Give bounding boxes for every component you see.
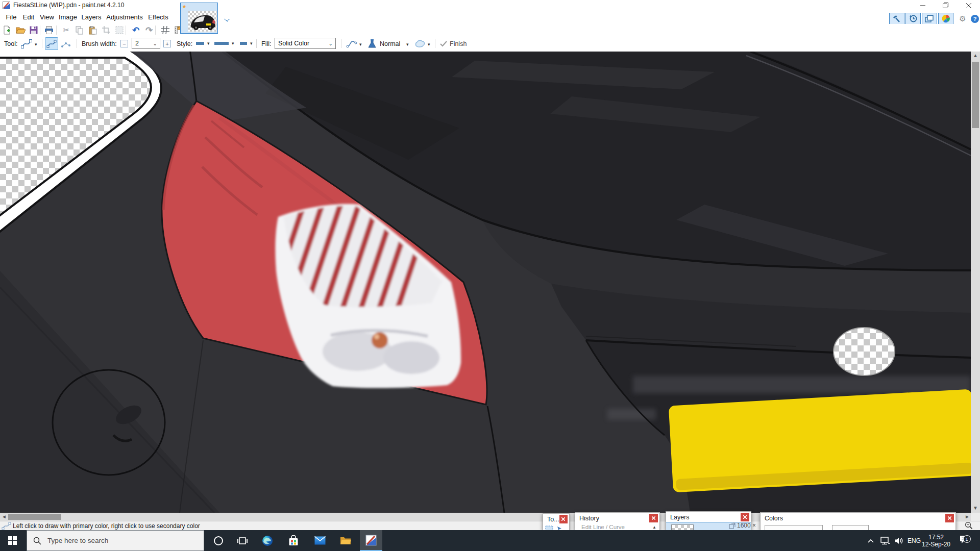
tab-list-chevron[interactable] bbox=[224, 15, 231, 24]
redo-button[interactable]: ↷ bbox=[143, 24, 155, 36]
start-button[interactable] bbox=[0, 530, 24, 551]
colors-panel[interactable]: Colors bbox=[760, 512, 956, 531]
search-input[interactable] bbox=[46, 536, 191, 545]
style-line-dropdown[interactable]: ▾ bbox=[214, 41, 234, 46]
brush-width-combo[interactable]: 2 ⌄ bbox=[132, 38, 160, 49]
dash-start-icon bbox=[196, 41, 205, 45]
deselect-button[interactable] bbox=[113, 24, 126, 36]
image-thumbnail bbox=[188, 11, 217, 32]
toggle-history-panel[interactable] bbox=[905, 13, 921, 24]
open-folder-icon bbox=[16, 26, 26, 34]
layers-panel-title: Layers bbox=[670, 514, 690, 521]
mail-button[interactable] bbox=[310, 530, 330, 551]
grid-icon bbox=[161, 26, 169, 34]
nodes-mode-icon bbox=[61, 39, 71, 48]
taskbar-search[interactable] bbox=[27, 530, 204, 551]
horizontal-scroll-thumb[interactable] bbox=[8, 514, 61, 520]
minimize-button[interactable] bbox=[911, 0, 934, 11]
toggle-colors-panel[interactable] bbox=[938, 13, 953, 24]
menu-effects[interactable]: Effects bbox=[146, 11, 170, 23]
blend-mode-chevron[interactable]: ▾ bbox=[406, 42, 409, 47]
notification-badge: 1 bbox=[963, 535, 971, 543]
menu-file[interactable]: File bbox=[3, 11, 19, 23]
undo-button[interactable]: ↶ bbox=[130, 24, 142, 36]
menu-view[interactable]: View bbox=[38, 11, 56, 23]
task-view-button[interactable] bbox=[232, 530, 253, 551]
brush-width-decrease[interactable]: − bbox=[120, 40, 128, 47]
scroll-left-icon[interactable]: ◄ bbox=[2, 514, 7, 519]
scroll-up-icon[interactable]: ▲ bbox=[973, 53, 978, 58]
scroll-right-icon[interactable]: ► bbox=[965, 514, 970, 519]
language-indicator[interactable]: ENG bbox=[906, 530, 922, 551]
chevron-down-icon: ⌄ bbox=[153, 41, 157, 46]
blend-mode-value[interactable]: Normal bbox=[380, 36, 400, 51]
scroll-down-icon[interactable]: ▼ bbox=[973, 506, 978, 511]
colors-panel-titlebar[interactable]: Colors bbox=[761, 513, 955, 523]
close-tools-panel[interactable] bbox=[559, 515, 568, 523]
volume-tray-button[interactable] bbox=[892, 530, 906, 551]
draw-curve-mode-button[interactable] bbox=[45, 37, 58, 50]
close-icon bbox=[948, 516, 951, 520]
action-center-button[interactable]: 1 bbox=[955, 530, 973, 551]
new-file-icon bbox=[3, 26, 12, 35]
vertical-scrollbar[interactable]: ▲ ▼ bbox=[971, 52, 980, 513]
open-file-button[interactable] bbox=[14, 24, 27, 36]
menu-edit[interactable]: Edit bbox=[20, 11, 37, 23]
edge-button[interactable] bbox=[257, 530, 278, 551]
paintnet-taskbar-button[interactable] bbox=[360, 530, 382, 551]
paste-button[interactable] bbox=[87, 24, 99, 36]
close-history-panel[interactable] bbox=[649, 514, 658, 522]
fill-combo[interactable]: Solid Color ⌄ bbox=[275, 38, 336, 49]
cortana-button[interactable] bbox=[208, 530, 229, 551]
toggle-tools-panel[interactable] bbox=[889, 13, 904, 24]
tools-panel[interactable]: To... bbox=[543, 513, 570, 531]
layers-panel-titlebar[interactable]: Layers bbox=[666, 512, 751, 522]
brush-width-increase[interactable]: + bbox=[163, 40, 171, 47]
print-button[interactable] bbox=[43, 24, 55, 36]
tools-panel-titlebar[interactable]: To... bbox=[543, 514, 569, 524]
edit-nodes-mode-button[interactable] bbox=[59, 37, 72, 50]
spline-dropdown-chevron[interactable]: ▾ bbox=[359, 42, 362, 47]
help-button[interactable]: ? bbox=[969, 13, 980, 24]
title-bar: FiestaStLine (WIP).pdn - paint.net 4.2.1… bbox=[0, 0, 980, 11]
close-colors-panel[interactable] bbox=[945, 514, 954, 522]
finish-button[interactable]: Finish bbox=[440, 39, 467, 49]
grid-button[interactable] bbox=[159, 24, 172, 36]
blob-dropdown-chevron[interactable]: ▾ bbox=[428, 42, 430, 47]
history-panel[interactable]: History Edit Line / Curve ▲ bbox=[575, 512, 660, 531]
copy-button[interactable] bbox=[74, 24, 86, 36]
style-start-dropdown[interactable]: ▾ bbox=[196, 41, 210, 46]
tray-expand-button[interactable] bbox=[865, 530, 877, 551]
menu-layers[interactable]: Layers bbox=[80, 11, 103, 23]
menu-adjustments[interactable]: Adjustments bbox=[104, 11, 145, 23]
history-icon bbox=[909, 14, 918, 23]
file-explorer-button[interactable] bbox=[335, 530, 356, 551]
tool-dropdown-chevron[interactable]: ▾ bbox=[35, 42, 37, 47]
cut-button[interactable]: ✂ bbox=[60, 24, 72, 36]
new-file-button[interactable] bbox=[1, 24, 13, 36]
magnifier-icon bbox=[965, 521, 973, 530]
dash-end-icon bbox=[240, 41, 248, 45]
close-layers-panel[interactable] bbox=[741, 513, 749, 521]
selection-blob-icon bbox=[414, 39, 426, 48]
toggle-layers-panel[interactable] bbox=[922, 13, 937, 24]
crop-button[interactable] bbox=[100, 24, 112, 36]
history-panel-titlebar[interactable]: History bbox=[575, 513, 659, 523]
history-item[interactable]: Edit Line / Curve bbox=[581, 524, 625, 530]
fill-label: Fill: bbox=[261, 36, 271, 51]
settings-button[interactable]: ⚙ bbox=[957, 13, 969, 24]
store-button[interactable] bbox=[283, 530, 304, 551]
image-tab[interactable]: * bbox=[180, 3, 218, 34]
menu-image[interactable]: Image bbox=[57, 11, 79, 23]
vertical-scroll-thumb[interactable] bbox=[972, 62, 979, 128]
close-button[interactable] bbox=[957, 0, 980, 11]
style-end-dropdown[interactable]: ▾ bbox=[240, 41, 253, 46]
antialiasing-icon bbox=[368, 39, 377, 49]
clock[interactable]: 17:52 12-Sep-20 bbox=[920, 530, 952, 551]
canvas[interactable] bbox=[0, 52, 971, 513]
save-button[interactable] bbox=[28, 24, 40, 36]
network-tray-button[interactable] bbox=[878, 530, 892, 551]
window-title: FiestaStLine (WIP).pdn - paint.net 4.2.1… bbox=[13, 2, 124, 9]
history-scroll-up-icon[interactable]: ▲ bbox=[652, 525, 656, 530]
restore-button[interactable] bbox=[934, 0, 957, 11]
